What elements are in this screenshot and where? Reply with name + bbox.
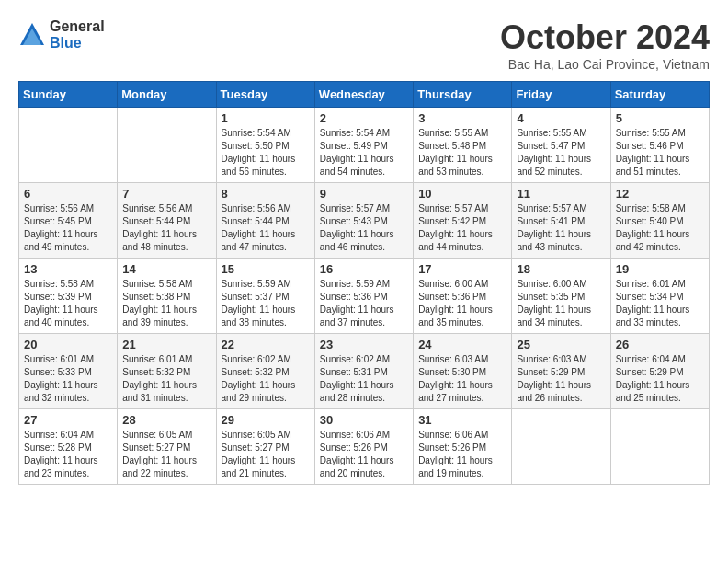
calendar-cell: 4Sunrise: 5:55 AMSunset: 5:47 PMDaylight… (512, 108, 610, 183)
day-info: Sunrise: 5:55 AMSunset: 5:48 PMDaylight:… (418, 127, 506, 178)
calendar-week-1: 1Sunrise: 5:54 AMSunset: 5:50 PMDaylight… (19, 108, 710, 183)
calendar-cell (610, 409, 709, 485)
day-info: Sunrise: 6:01 AMSunset: 5:34 PMDaylight:… (616, 278, 704, 329)
day-number: 10 (418, 187, 506, 201)
header-day-sunday: Sunday (19, 82, 118, 108)
header-row: SundayMondayTuesdayWednesdayThursdayFrid… (19, 82, 710, 108)
day-info: Sunrise: 6:00 AMSunset: 5:36 PMDaylight:… (418, 278, 506, 329)
logo-general-text: General (50, 18, 105, 35)
title-section: October 2024 Bac Ha, Lao Cai Province, V… (500, 18, 710, 72)
day-number: 3 (418, 111, 506, 125)
calendar-cell: 11Sunrise: 5:57 AMSunset: 5:41 PMDayligh… (512, 183, 610, 259)
calendar-cell (19, 108, 118, 183)
calendar-cell: 8Sunrise: 5:56 AMSunset: 5:44 PMDaylight… (216, 183, 314, 259)
calendar-cell: 18Sunrise: 6:00 AMSunset: 5:35 PMDayligh… (512, 259, 610, 334)
day-info: Sunrise: 5:55 AMSunset: 5:46 PMDaylight:… (616, 127, 704, 178)
day-info: Sunrise: 6:04 AMSunset: 5:28 PMDaylight:… (24, 429, 112, 480)
calendar-cell: 29Sunrise: 6:05 AMSunset: 5:27 PMDayligh… (216, 409, 314, 485)
day-number: 16 (320, 262, 408, 276)
logo: General Blue (18, 18, 105, 51)
day-info: Sunrise: 5:54 AMSunset: 5:49 PMDaylight:… (320, 127, 408, 178)
header-day-wednesday: Wednesday (314, 82, 413, 108)
location-subtitle: Bac Ha, Lao Cai Province, Vietnam (500, 57, 710, 72)
day-info: Sunrise: 5:57 AMSunset: 5:43 PMDaylight:… (320, 202, 408, 254)
day-info: Sunrise: 5:58 AMSunset: 5:40 PMDaylight:… (616, 202, 704, 254)
day-number: 9 (320, 187, 408, 201)
day-number: 6 (24, 187, 112, 201)
day-info: Sunrise: 5:55 AMSunset: 5:47 PMDaylight:… (517, 127, 605, 178)
calendar-cell: 24Sunrise: 6:03 AMSunset: 5:30 PMDayligh… (414, 334, 512, 409)
day-number: 14 (122, 262, 210, 276)
day-info: Sunrise: 6:02 AMSunset: 5:32 PMDaylight:… (222, 353, 310, 405)
calendar-cell: 25Sunrise: 6:03 AMSunset: 5:29 PMDayligh… (512, 334, 610, 409)
day-number: 31 (418, 413, 506, 427)
day-number: 22 (222, 338, 310, 351)
day-info: Sunrise: 5:59 AMSunset: 5:37 PMDaylight:… (222, 278, 310, 329)
header-day-thursday: Thursday (414, 82, 512, 108)
calendar-cell: 17Sunrise: 6:00 AMSunset: 5:36 PMDayligh… (414, 259, 512, 334)
logo-blue-text: Blue (50, 35, 105, 52)
day-number: 15 (222, 262, 310, 276)
calendar-cell: 19Sunrise: 6:01 AMSunset: 5:34 PMDayligh… (610, 259, 709, 334)
page-header: General Blue October 2024 Bac Ha, Lao Ca… (18, 18, 710, 72)
day-number: 1 (222, 111, 310, 125)
calendar-cell: 13Sunrise: 5:58 AMSunset: 5:39 PMDayligh… (19, 259, 118, 334)
calendar-cell: 6Sunrise: 5:56 AMSunset: 5:45 PMDaylight… (19, 183, 118, 259)
day-number: 2 (320, 111, 408, 125)
day-number: 5 (616, 111, 704, 125)
day-number: 27 (24, 413, 112, 427)
calendar-week-4: 20Sunrise: 6:01 AMSunset: 5:33 PMDayligh… (19, 334, 710, 409)
header-day-saturday: Saturday (610, 82, 709, 108)
month-title: October 2024 (500, 18, 710, 57)
day-info: Sunrise: 5:57 AMSunset: 5:42 PMDaylight:… (418, 202, 506, 254)
calendar-cell: 31Sunrise: 6:06 AMSunset: 5:26 PMDayligh… (414, 409, 512, 485)
day-number: 23 (320, 338, 408, 351)
calendar-cell: 2Sunrise: 5:54 AMSunset: 5:49 PMDaylight… (314, 108, 413, 183)
calendar-cell: 21Sunrise: 6:01 AMSunset: 5:32 PMDayligh… (118, 334, 216, 409)
day-info: Sunrise: 6:04 AMSunset: 5:29 PMDaylight:… (616, 353, 704, 405)
day-info: Sunrise: 6:01 AMSunset: 5:32 PMDaylight:… (122, 353, 210, 405)
day-number: 18 (517, 262, 605, 276)
calendar-cell: 15Sunrise: 5:59 AMSunset: 5:37 PMDayligh… (216, 259, 314, 334)
day-number: 19 (616, 262, 704, 276)
day-number: 29 (222, 413, 310, 427)
day-number: 25 (517, 338, 605, 351)
day-number: 26 (616, 338, 704, 351)
calendar-cell: 14Sunrise: 5:58 AMSunset: 5:38 PMDayligh… (118, 259, 216, 334)
calendar-cell: 5Sunrise: 5:55 AMSunset: 5:46 PMDaylight… (610, 108, 709, 183)
day-info: Sunrise: 5:56 AMSunset: 5:44 PMDaylight:… (222, 202, 310, 254)
day-info: Sunrise: 6:05 AMSunset: 5:27 PMDaylight:… (222, 429, 310, 480)
day-number: 24 (418, 338, 506, 351)
calendar-cell: 9Sunrise: 5:57 AMSunset: 5:43 PMDaylight… (314, 183, 413, 259)
calendar-cell: 26Sunrise: 6:04 AMSunset: 5:29 PMDayligh… (610, 334, 709, 409)
day-info: Sunrise: 5:58 AMSunset: 5:39 PMDaylight:… (24, 278, 112, 329)
day-info: Sunrise: 6:03 AMSunset: 5:29 PMDaylight:… (517, 353, 605, 405)
logo-text: General Blue (50, 18, 105, 51)
day-number: 20 (24, 338, 112, 351)
calendar-cell: 20Sunrise: 6:01 AMSunset: 5:33 PMDayligh… (19, 334, 118, 409)
day-info: Sunrise: 5:56 AMSunset: 5:45 PMDaylight:… (24, 202, 112, 254)
day-info: Sunrise: 6:03 AMSunset: 5:30 PMDaylight:… (418, 353, 506, 405)
calendar-cell (118, 108, 216, 183)
calendar-week-3: 13Sunrise: 5:58 AMSunset: 5:39 PMDayligh… (19, 259, 710, 334)
day-number: 30 (320, 413, 408, 427)
day-number: 12 (616, 187, 704, 201)
day-number: 11 (517, 187, 605, 201)
calendar-cell: 22Sunrise: 6:02 AMSunset: 5:32 PMDayligh… (216, 334, 314, 409)
day-info: Sunrise: 6:06 AMSunset: 5:26 PMDaylight:… (418, 429, 506, 480)
calendar-cell: 12Sunrise: 5:58 AMSunset: 5:40 PMDayligh… (610, 183, 709, 259)
day-number: 21 (122, 338, 210, 351)
calendar-cell: 7Sunrise: 5:56 AMSunset: 5:44 PMDaylight… (118, 183, 216, 259)
day-number: 8 (222, 187, 310, 201)
header-day-monday: Monday (118, 82, 216, 108)
day-number: 7 (122, 187, 210, 201)
calendar-cell: 3Sunrise: 5:55 AMSunset: 5:48 PMDaylight… (414, 108, 512, 183)
logo-icon (18, 21, 46, 49)
calendar-week-2: 6Sunrise: 5:56 AMSunset: 5:45 PMDaylight… (19, 183, 710, 259)
calendar-week-5: 27Sunrise: 6:04 AMSunset: 5:28 PMDayligh… (19, 409, 710, 485)
calendar-cell (512, 409, 610, 485)
calendar-cell: 28Sunrise: 6:05 AMSunset: 5:27 PMDayligh… (118, 409, 216, 485)
day-number: 28 (122, 413, 210, 427)
day-number: 4 (517, 111, 605, 125)
day-number: 17 (418, 262, 506, 276)
